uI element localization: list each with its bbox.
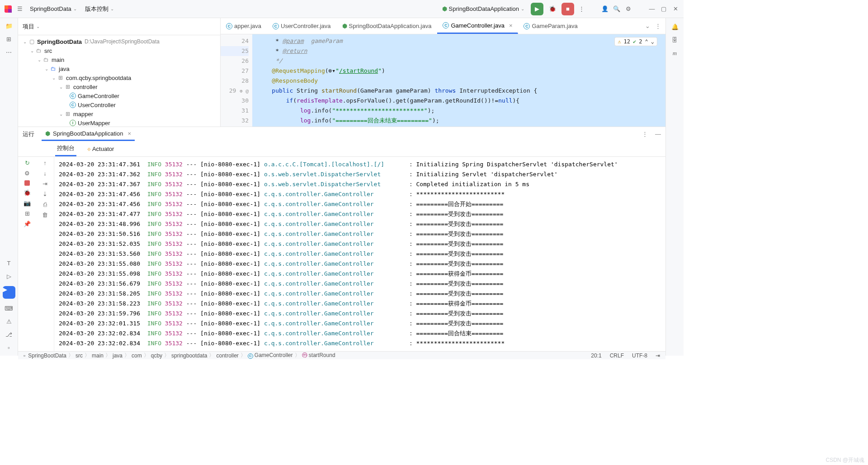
chevron-up-icon[interactable]: ⌃ <box>645 38 648 45</box>
inspection-widget[interactable]: ⚠12 ✔2 ⌃ ⌄ <box>614 37 657 46</box>
check-count: 2 <box>639 38 642 45</box>
editor-tab[interactable]: Capper.java <box>221 18 267 34</box>
minimize-icon[interactable]: — <box>655 131 661 137</box>
console-output[interactable]: 2024-03-20 23:31:47.361 INFO 35132 --- [… <box>54 157 665 351</box>
console-tab[interactable]: 控制台 <box>55 141 76 156</box>
run-app-name: SpringBootDataApplication <box>53 130 123 137</box>
close-icon[interactable]: × <box>127 130 131 137</box>
chevron-down-icon[interactable]: ⌄ <box>651 38 654 45</box>
print-icon[interactable]: ⎙ <box>43 201 47 208</box>
chevron-down-icon[interactable]: ⌄ <box>36 24 40 29</box>
scroll-icon[interactable]: ⇣ <box>42 191 47 197</box>
text-tool-icon[interactable]: T <box>7 260 11 267</box>
run-app-tab[interactable]: ⬢ SpringBootDataApplication × <box>42 127 135 141</box>
status-bar: ▫ SpringBootData〉src〉main〉java〉com〉qcby〉… <box>18 351 665 359</box>
editor-tabs-more[interactable]: ⌄ ⋮ <box>641 23 665 29</box>
maven-icon[interactable]: m <box>673 50 677 57</box>
notifications-icon[interactable]: 🔔 <box>671 23 679 30</box>
problems-tool-icon[interactable]: ⚠ <box>6 318 12 325</box>
breadcrumb-item[interactable]: src <box>75 352 83 359</box>
breadcrumb-item[interactable]: com <box>132 352 142 359</box>
trash-icon[interactable]: 🗑 <box>42 211 48 218</box>
editor-content[interactable]: ⚠12 ✔2 ⌃ ⌄ 242526272829 ⊕ @303132 * @par… <box>221 34 665 127</box>
code-body[interactable]: * @param gameParam * @return */ @Request… <box>252 34 665 127</box>
file-encoding[interactable]: UTF-8 <box>632 352 647 359</box>
pin-icon[interactable]: 📌 <box>24 221 31 227</box>
terminal-tool-icon[interactable]: ⌨ <box>5 305 13 312</box>
git-tool-icon[interactable]: ⎇ <box>5 331 12 338</box>
tree-item-mapper[interactable]: ⌄⊞mapper <box>18 109 220 118</box>
caret-position[interactable]: 20:1 <box>591 352 601 359</box>
up-icon[interactable]: ↑ <box>43 160 47 166</box>
indent-icon[interactable]: ⇥ <box>656 352 660 359</box>
settings-icon[interactable]: ⚙ <box>24 170 30 177</box>
line-separator[interactable]: CRLF <box>610 352 624 359</box>
tree-item-main[interactable]: ⌄🗀main <box>18 55 220 64</box>
camera-icon[interactable]: 📷 <box>24 200 31 207</box>
breadcrumb-item[interactable]: controller <box>216 352 238 359</box>
breadcrumb-item[interactable]: qcby <box>151 352 162 359</box>
vcs-selector[interactable]: 版本控制 ⌄ <box>82 5 117 13</box>
wrap-icon[interactable]: ⇥ <box>42 180 47 187</box>
console-actions-rail: ↑ ↓ ⇥ ⇣ ⎙ 🗑 <box>36 157 54 351</box>
editor-tab[interactable]: ⬢SpringBootDataApplication.java <box>337 18 438 34</box>
breadcrumb-item[interactable]: java <box>113 352 123 359</box>
editor-tab[interactable]: CGameParam.java <box>518 18 583 34</box>
main-menu-icon[interactable]: ☰ <box>15 5 24 14</box>
tree-item-package[interactable]: ⌄⊞com.qcby.springbootdata <box>18 73 220 82</box>
editor-tab[interactable]: CGameController.java× <box>437 18 518 34</box>
more-icon[interactable]: ⋮ <box>577 5 586 14</box>
tree-item-usercontroller[interactable]: CUserController <box>18 100 220 109</box>
user-icon[interactable]: 👤 <box>600 5 609 14</box>
search-icon[interactable]: 🔍 <box>612 5 621 14</box>
tree-item-java[interactable]: ⌄🗀java <box>18 64 220 73</box>
minimize-icon[interactable]: — <box>647 5 656 14</box>
check-icon: ✔ <box>633 38 636 45</box>
run-tool-icon[interactable]: ▶ <box>3 286 15 299</box>
project-tree: ⌄▢SpringBootDataD:\JavaProject\SpringBoo… <box>18 35 220 127</box>
editor-tab[interactable]: CUserController.java <box>267 18 337 34</box>
tree-root[interactable]: ⌄▢SpringBootDataD:\JavaProject\SpringBoo… <box>18 37 220 46</box>
tree-item-gamecontroller[interactable]: CGameController <box>18 91 220 100</box>
project-tool-icon[interactable]: 📁 <box>5 23 13 29</box>
tree-item-controller[interactable]: ⌄⊞controller <box>18 82 220 91</box>
stop-icon[interactable] <box>24 180 30 186</box>
run-config-name: SpringBootDataApplication <box>449 5 519 12</box>
structure-tool-icon[interactable]: ⊞ <box>6 36 11 42</box>
maximize-icon[interactable]: ▢ <box>659 5 668 14</box>
breadcrumb-item[interactable]: CGameController <box>248 352 293 359</box>
services-tool-icon[interactable]: ▷ <box>7 273 11 280</box>
more-tool-icon[interactable]: ⋯ <box>6 49 12 56</box>
debug-button[interactable]: 🐞 <box>546 3 559 15</box>
database-icon[interactable]: 🗄 <box>672 37 678 43</box>
gear-icon[interactable]: ⚙ <box>624 5 633 14</box>
tree-item-usermapper[interactable]: IUserMapper <box>18 118 220 127</box>
tool-square-icon[interactable]: ▫ <box>8 344 10 351</box>
chevron-down-icon: ⌄ <box>110 6 114 11</box>
rerun-icon[interactable]: ↻ <box>25 160 30 166</box>
run-actions-rail: ↻ ⚙ 🐞 📷 ⊞ 📌 <box>18 157 36 351</box>
layout-icon[interactable]: ⊞ <box>25 210 30 217</box>
editor-gutter: 242526272829 ⊕ @303132 <box>221 34 252 127</box>
spring-icon: ⬢ <box>45 130 50 137</box>
debug-icon[interactable]: 🐞 <box>24 189 31 196</box>
run-button[interactable]: ▶ <box>531 3 543 15</box>
close-icon[interactable]: ✕ <box>671 5 680 14</box>
right-tool-rail: 🔔 🗄 m <box>665 18 684 356</box>
actuator-tab[interactable]: ⟐ Actuator <box>85 143 116 155</box>
editor-tabs: Capper.javaCUserController.java⬢SpringBo… <box>221 18 665 34</box>
down-icon[interactable]: ↓ <box>43 170 47 177</box>
project-selector[interactable]: SpringBootData ⌄ <box>27 5 80 12</box>
tree-item-src[interactable]: ⌄🗀src <box>18 46 220 55</box>
breadcrumb-item[interactable]: ⓜ startRound <box>302 352 335 359</box>
project-panel-header: 项目 ⌄ <box>18 18 220 35</box>
stop-button[interactable]: ■ <box>561 3 574 15</box>
nav-icon[interactable]: ▫ <box>24 352 25 359</box>
breadcrumb-item[interactable]: SpringBootData <box>28 352 66 359</box>
breadcrumb-item[interactable]: main <box>92 352 104 359</box>
more-icon[interactable]: ⋮ <box>642 131 648 137</box>
breadcrumb-item[interactable]: springbootdata <box>171 352 207 359</box>
run-config-selector[interactable]: ⬢ SpringBootDataApplication ⌄ <box>439 5 528 13</box>
spring-icon: ⬢ <box>442 5 447 12</box>
breadcrumb: SpringBootData〉src〉main〉java〉com〉qcby〉sp… <box>28 352 335 359</box>
